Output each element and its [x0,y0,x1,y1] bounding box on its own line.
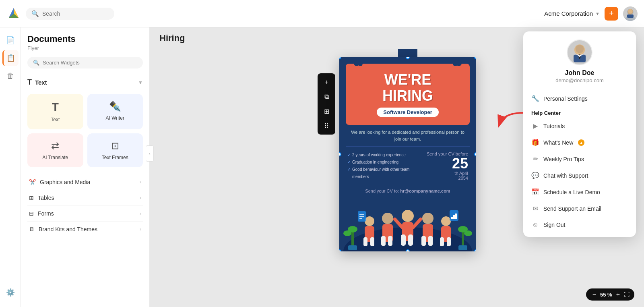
zoom-in-button[interactable]: + [615,291,621,298]
svg-point-22 [382,213,393,224]
graphics-icon: ✂️ [29,179,36,185]
toolbar-more-btn[interactable]: ⠿ [320,119,333,132]
icon-bar-widgets[interactable]: 📋 [2,50,19,66]
add-button[interactable]: + [605,7,618,21]
flyer-bullet-2: Graduation in engineering [347,159,423,166]
sidebar-item-graphics[interactable]: ✂️ Graphics and Media › [27,174,143,190]
flyer-hiring-line2: HIRING [351,88,465,104]
svg-point-8 [628,9,633,13]
svg-line-31 [413,219,421,227]
send-email-item[interactable]: ✉ Send Support an Email [523,200,636,217]
search-input[interactable] [42,10,99,17]
flyer-email-address: hr@companyname.com [400,189,450,193]
toolbar-grid-btn[interactable]: ⊞ [320,105,333,118]
flyer-bullet-1: 2 years of working experience [347,151,423,159]
svg-rect-13 [462,231,464,247]
whats-new-item[interactable]: 🎁 What's New ▲ [523,134,636,151]
flyer-date-number: 25 [427,156,468,171]
app-logo[interactable] [6,6,21,21]
icon-bar-settings[interactable]: ⚙️ [2,284,19,301]
widget-ai-translate[interactable]: ⇄ AI Translate [27,133,83,167]
tutorials-label: Tutorials [543,123,565,129]
flyer-email-label: Send your CV to: [365,189,399,193]
text-widget-label: Text [51,117,60,122]
toolbar-copy-btn[interactable]: ⧉ [320,90,333,103]
text-frames-label: Text Frames [102,155,128,160]
whats-new-label: What's New [543,139,573,146]
icon-bar-documents[interactable]: 📄 [2,32,19,48]
ai-writer-label: AI Writer [106,115,124,121]
handle-tc[interactable] [406,57,410,59]
svg-point-12 [343,230,351,236]
svg-point-50 [576,45,584,53]
toolbar-add-btn[interactable]: + [320,76,333,89]
handle-tl[interactable] [339,57,341,59]
widget-text-frames[interactable]: ⊡ Text Frames [87,133,143,167]
zoom-expand-button[interactable]: ⛶ [624,291,630,298]
whats-new-badge: ▲ [578,139,584,146]
user-profile-section: John Doe demo@dochipo.com [523,39,636,90]
flyer-bullet-3: Good behaviour with other team members [347,166,423,180]
svg-rect-39 [447,237,451,246]
chevron-down-icon: ▼ [595,11,600,16]
text-icon: T [27,78,32,87]
svg-point-26 [402,210,414,222]
svg-rect-29 [408,234,413,246]
flyer-hiring-banner: WE'RE HIRING Software Developer [346,64,470,125]
forms-icon: ⊟ [29,210,34,217]
chat-support-label: Chat with Support [543,172,588,179]
svg-rect-28 [401,234,406,246]
handle-bc[interactable] [406,249,410,251]
schedule-demo-icon: 📅 [531,188,539,196]
header-right: Acme Corporation ▼ + [544,6,638,21]
flyer-wrapper: WE'RE HIRING Software Developer We are l… [339,57,476,251]
tutorials-item[interactable]: ▶ Tutorials [523,118,636,134]
header-search-box[interactable]: 🔍 [26,8,114,20]
sidebar-item-forms[interactable]: ⊟ Forms › [27,206,143,222]
sidebar-title: Documents [27,34,143,44]
widget-text[interactable]: T Text [27,94,83,129]
graphics-label: Graphics and Media [40,179,90,185]
sidebar-search-input[interactable] [43,60,137,66]
icon-bar: 📄 📋 🗑 ⚙️ [0,27,21,307]
company-selector[interactable]: Acme Corporation ▼ [544,10,600,17]
header: 🔍 Acme Corporation ▼ + [0,0,644,27]
chat-support-item[interactable]: 💬 Chat with Support [523,167,636,184]
sidebar-collapse-button[interactable]: ‹ [146,145,154,162]
svg-rect-46 [453,215,455,219]
weekly-pro-tips-item[interactable]: ✏ Weekly Pro Tips [523,151,636,167]
tables-icon: ⊞ [29,195,34,201]
sidebar-search-box[interactable]: 🔍 [27,57,143,68]
svg-point-15 [464,230,472,236]
schedule-demo-item[interactable]: 📅 Schedule a Live Demo [523,184,636,200]
tutorials-icon: ▶ [531,122,539,130]
icon-bar-trash[interactable]: 🗑 [2,68,19,84]
company-name: Acme Corporation [544,10,593,17]
zoom-value: 55 % [600,292,612,298]
people-svg [339,199,476,251]
avatar[interactable] [623,6,638,21]
personal-settings-item[interactable]: 🔧 Personal Settings [523,90,636,107]
flyer-bullets: 2 years of working experience Graduation… [347,151,423,180]
handle-tr[interactable] [474,57,476,59]
text-section-header[interactable]: T Text ▼ [27,76,143,89]
sidebar: Documents Flyer 🔍 T Text ▼ T Text ✒️ AI … [21,27,150,307]
sidebar-item-brand-kits[interactable]: 🖥 Brand Kits and Themes › [27,222,143,237]
zoom-out-button[interactable]: − [591,291,598,298]
brand-kits-icon: 🖥 [29,226,35,232]
sidebar-item-tables[interactable]: ⊞ Tables › [27,190,143,206]
ai-writer-icon: ✒️ [109,101,121,112]
search-icon: 🔍 [31,10,39,17]
user-email: demo@dochipo.com [555,77,603,83]
personal-settings-icon: 🔧 [531,95,539,102]
widget-grid: T Text ✒️ AI Writer ⇄ AI Translate ⊡ Tex… [27,94,143,167]
weekly-pro-tips-icon: ✏ [531,155,539,163]
sign-out-label: Sign Out [543,222,565,228]
chat-support-icon: 💬 [531,172,539,179]
flyer-document[interactable]: WE'RE HIRING Software Developer We are l… [339,57,476,251]
sign-out-item[interactable]: ⎋ Sign Out [523,217,636,233]
widget-ai-writer[interactable]: ✒️ AI Writer [87,94,143,129]
handle-mr[interactable] [474,152,476,156]
handle-br[interactable] [474,249,476,251]
tables-label: Tables [38,195,54,201]
